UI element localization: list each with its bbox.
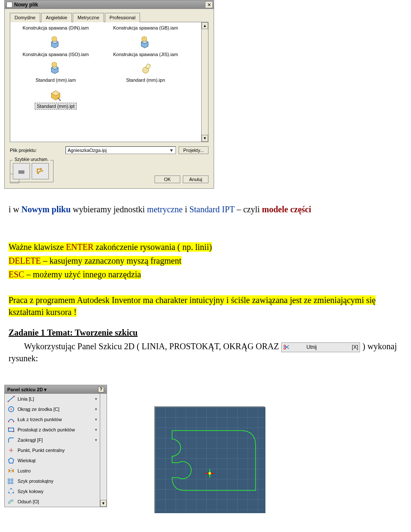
tool-fillet[interactable]: Zaokrągl [F]▾ (5, 435, 100, 445)
mirror-icon (7, 467, 15, 474)
sketch-area: Panel szkicu 2D ▾ ? Linia [L]▾Okrąg ze ś… (4, 385, 411, 513)
quick-launch-button-1[interactable] (13, 163, 30, 179)
document-body: i w Nowym pliku wybieramy jednostki metr… (0, 193, 411, 376)
svg-point-16 (13, 431, 15, 432)
scissors-icon (283, 344, 289, 350)
tool-label: Zaokrągl [F] (18, 437, 93, 443)
file-label: Standard (mm).ipt (35, 103, 77, 110)
file-item-0[interactable]: Konstrukcja spawana (DIN).iam (13, 25, 98, 32)
offset-icon (7, 498, 15, 505)
tool-circarray[interactable]: Szyk kołowy (5, 486, 100, 496)
svg-point-27 (13, 492, 14, 493)
file-icon (6, 2, 12, 8)
quick-launch-fieldset: Szybkie urucham. (10, 160, 54, 182)
tool-label: Lustro (18, 468, 97, 473)
cancel-button[interactable]: Anuluj (183, 175, 208, 183)
tool-polygon[interactable]: Wielokąt (5, 455, 100, 466)
dialog-titlebar: Nowy plik ✕ (5, 0, 214, 9)
tab-strip: Domyślne Angielskie Metryczne Profession… (10, 12, 208, 22)
file-item-1[interactable]: Konstrukcja spawana (GB).iam (103, 25, 188, 32)
scrollbar-vertical[interactable]: ▲ ▼ (201, 22, 208, 142)
project-row: Plik projektu: AgnieszkaOzga.ipj ▼ Proje… (10, 146, 208, 154)
keys-line-3: ESC – możemy użyć innego narzędzia (9, 268, 402, 280)
svg-point-15 (8, 428, 9, 429)
panel-title-text: Panel szkicu 2D (7, 387, 43, 392)
file-label: Konstrukcja spawana (JIS).iam (111, 51, 180, 57)
file-item-3[interactable]: Konstrukcja spawana (JIS).iam (103, 34, 188, 57)
tool-label: Szyk kołowy (18, 489, 97, 494)
file-type-icon (49, 36, 63, 50)
file-label: Konstrukcja spawana (GB).iam (111, 25, 180, 31)
chevron-down-icon: ▾ (95, 407, 97, 411)
chevron-down-icon: ▾ (95, 438, 97, 442)
tool-point[interactable]: Punkt, Punkt centralny (5, 445, 100, 455)
svg-rect-24 (11, 482, 13, 484)
line-icon (7, 395, 15, 402)
file-type-icon (139, 62, 152, 75)
sketch-panel-2d: Panel szkicu 2D ▾ ? Linia [L]▾Okrąg ze ś… (4, 385, 107, 507)
project-label: Plik projektu: (10, 148, 66, 153)
project-select[interactable]: AgnieszkaOzga.ipj ▼ (66, 146, 176, 154)
projects-button[interactable]: Projekty... (179, 146, 208, 154)
file-label: Standard (mm).iam (34, 77, 77, 83)
quick-launch-button-2[interactable] (32, 163, 49, 179)
quick-launch-label: Szybkie urucham. (13, 157, 50, 162)
rectarray-icon (7, 478, 15, 484)
tool-mirror[interactable]: Lustro (5, 466, 100, 476)
tool-rectarray[interactable]: Szyk prostokątny (5, 476, 100, 486)
file-item-5[interactable]: Standard (mm).ipn (103, 60, 188, 83)
svg-rect-23 (8, 482, 10, 484)
svg-point-12 (8, 421, 9, 422)
tool-rect[interactable]: Prostokąt z dwóch punktów▾ (5, 425, 100, 435)
panel-help-button[interactable]: ? (98, 386, 104, 392)
file-item-4[interactable]: Standard (mm).iam (13, 60, 98, 83)
file-item-6[interactable]: Standard (mm).ipt (13, 86, 98, 110)
chevron-down-icon: ▾ (95, 397, 97, 401)
chevron-down-icon: ▾ (95, 417, 97, 422)
keys-line-2: DELETE – kasujemy zaznaczony myszą fragm… (9, 255, 402, 267)
tool-label: Wielokąt (18, 458, 97, 463)
point-icon (7, 447, 15, 454)
ok-button[interactable]: OK (155, 175, 180, 183)
close-button[interactable]: ✕ (205, 1, 213, 8)
panel-scroll-down-button[interactable]: ▼ (100, 500, 107, 507)
chevron-down-icon: ▼ (169, 148, 174, 153)
file-list-pane: Konstrukcja spawana (DIN).iamKonstrukcja… (10, 22, 208, 142)
chevron-down-icon: ▾ (95, 428, 97, 432)
tool-line[interactable]: Linia [L]▾ (5, 394, 100, 404)
svg-point-13 (13, 421, 15, 422)
svg-line-7 (8, 396, 14, 401)
file-item-2[interactable]: Konstrukcja spawana (ISO).iam (13, 34, 98, 57)
tool-label: Odsuń [O] (18, 499, 97, 504)
rect-icon (7, 426, 15, 433)
svg-point-28 (9, 492, 10, 493)
panel-titlebar: Panel szkicu 2D ▾ ? (5, 385, 107, 394)
tool-label: Punkt, Punkt centralny (18, 448, 97, 453)
tab-metric[interactable]: Metryczne (73, 13, 104, 22)
svg-rect-22 (11, 479, 13, 481)
file-label: Konstrukcja spawana (ISO).iam (21, 51, 91, 57)
svg-point-26 (11, 488, 12, 490)
tab-english[interactable]: Angielskie (41, 13, 72, 22)
scroll-down-button[interactable]: ▼ (202, 135, 208, 142)
para-intuitive: Praca z programem Autodesk Inventor ma c… (9, 294, 402, 318)
file-type-icon (49, 62, 63, 75)
arc-icon (7, 416, 15, 423)
sketch-canvas (154, 406, 265, 513)
tool-label: Łuk z trzech punktów (18, 417, 93, 422)
tab-professional[interactable]: Professional (105, 13, 140, 22)
tool-arc[interactable]: Łuk z trzech punktów▾ (5, 414, 100, 425)
dialog-body: Domyślne Angielskie Metryczne Profession… (5, 9, 214, 188)
polygon-icon (7, 457, 15, 464)
svg-point-11 (11, 409, 12, 410)
tool-circle[interactable]: Okrąg ze środka [C]▾ (5, 404, 100, 414)
task-text: Wykorzystując Panel Szkicu 2D ( LINIA, P… (9, 340, 402, 364)
tool-offset[interactable]: Odsuń [O] (5, 496, 100, 507)
tool-label: Okrąg ze środka [C] (18, 407, 93, 412)
svg-point-9 (14, 396, 15, 397)
svg-point-33 (208, 472, 211, 475)
scroll-up-button[interactable]: ▲ (202, 22, 208, 29)
svg-rect-30 (155, 407, 265, 513)
tab-default[interactable]: Domyślne (10, 13, 40, 22)
panel-scrollbar[interactable]: ▼ (100, 394, 107, 507)
